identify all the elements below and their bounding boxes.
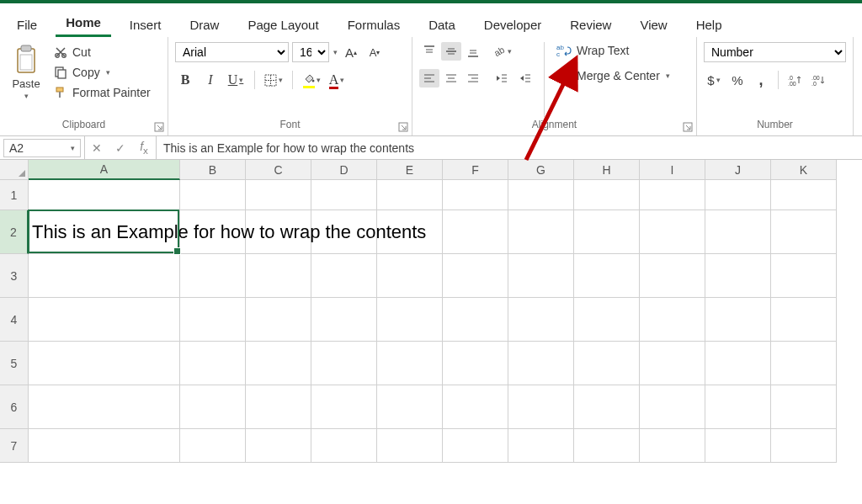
cell-D2[interactable]	[311, 210, 377, 254]
font-name-select[interactable]: Arial	[175, 42, 289, 62]
merge-center-button[interactable]: Merge & Center ▾	[553, 67, 673, 84]
decrease-decimal-button[interactable]: .00.0	[809, 71, 829, 89]
cell-A1[interactable]	[29, 180, 180, 210]
cell-B4[interactable]	[180, 298, 246, 342]
cell-J7[interactable]	[705, 429, 771, 463]
decrease-font-button[interactable]: A▾	[364, 43, 385, 61]
align-left-button[interactable]	[419, 69, 439, 88]
formula-input[interactable]: This is an Example for how to wrap the c…	[157, 141, 862, 155]
cell-E1[interactable]	[377, 180, 443, 210]
tab-insert[interactable]: Insert	[120, 11, 172, 37]
cell-A6[interactable]	[29, 385, 180, 429]
cell-D4[interactable]	[311, 298, 377, 342]
align-right-button[interactable]	[463, 69, 483, 88]
cell-G6[interactable]	[508, 385, 574, 429]
cell-E7[interactable]	[377, 429, 443, 463]
cell-K3[interactable]	[771, 254, 837, 298]
cell-F7[interactable]	[443, 429, 508, 463]
cell-I1[interactable]	[640, 180, 705, 210]
cell-F5[interactable]	[443, 342, 508, 385]
cell-G7[interactable]	[508, 429, 574, 463]
cell-B5[interactable]	[180, 342, 246, 385]
cell-J6[interactable]	[705, 385, 771, 429]
cell-F4[interactable]	[443, 298, 508, 342]
cell-B6[interactable]	[180, 385, 246, 429]
cell-I5[interactable]	[640, 342, 705, 385]
cell-D6[interactable]	[311, 385, 377, 429]
cell-D7[interactable]	[311, 429, 377, 463]
cell-D1[interactable]	[311, 180, 377, 210]
cell-B7[interactable]	[180, 429, 246, 463]
column-header-B[interactable]: B	[180, 160, 246, 180]
dialog-launcher-icon[interactable]	[683, 122, 693, 132]
cell-B3[interactable]	[180, 254, 246, 298]
cell-A4[interactable]	[29, 298, 180, 342]
cell-I2[interactable]	[640, 210, 705, 254]
cell-H6[interactable]	[574, 385, 640, 429]
cell-E5[interactable]	[377, 342, 443, 385]
cell-C2[interactable]	[246, 210, 311, 254]
column-header-I[interactable]: I	[640, 160, 705, 180]
align-center-button[interactable]	[441, 69, 461, 88]
cell-E6[interactable]	[377, 385, 443, 429]
align-top-button[interactable]	[419, 42, 439, 61]
number-format-select[interactable]: Number	[704, 42, 846, 62]
cell-K4[interactable]	[771, 298, 837, 342]
increase-decimal-button[interactable]: .0.00	[785, 71, 806, 89]
cell-C4[interactable]	[246, 298, 311, 342]
cell-G2[interactable]	[508, 210, 574, 254]
cell-C5[interactable]	[246, 342, 311, 385]
column-header-G[interactable]: G	[508, 160, 574, 180]
underline-button[interactable]: U	[226, 71, 246, 89]
select-all-corner[interactable]	[0, 160, 29, 180]
cell-D5[interactable]	[311, 342, 377, 385]
cell-A3[interactable]	[29, 254, 180, 298]
dialog-launcher-icon[interactable]	[398, 122, 408, 132]
column-header-E[interactable]: E	[377, 160, 443, 180]
tab-review[interactable]: Review	[560, 11, 621, 37]
tab-draw[interactable]: Draw	[179, 11, 229, 37]
cell-E2[interactable]	[377, 210, 443, 254]
column-header-J[interactable]: J	[705, 160, 771, 180]
align-middle-button[interactable]	[441, 42, 461, 61]
cell-J2[interactable]	[705, 210, 771, 254]
cell-E3[interactable]	[377, 254, 443, 298]
cell-I3[interactable]	[640, 254, 705, 298]
cell-H2[interactable]	[574, 210, 640, 254]
column-header-A[interactable]: A	[29, 160, 180, 180]
tab-home[interactable]: Home	[56, 8, 111, 37]
row-header-1[interactable]: 1	[0, 180, 29, 210]
wrap-text-button[interactable]: abc Wrap Text	[553, 42, 673, 59]
column-header-K[interactable]: K	[771, 160, 837, 180]
copy-button[interactable]: Copy ▾	[51, 64, 154, 81]
cell-H5[interactable]	[574, 342, 640, 385]
cell-H7[interactable]	[574, 429, 640, 463]
percent-button[interactable]: %	[727, 71, 748, 89]
cell-K5[interactable]	[771, 342, 837, 385]
cell-H4[interactable]	[574, 298, 640, 342]
cell-C3[interactable]	[246, 254, 311, 298]
name-box[interactable]: A2 ▾	[3, 139, 81, 157]
cell-F2[interactable]	[443, 210, 508, 254]
cell-K6[interactable]	[771, 385, 837, 429]
cell-F1[interactable]	[443, 180, 508, 210]
cell-I6[interactable]	[640, 385, 705, 429]
font-color-button[interactable]: A	[327, 71, 347, 89]
row-header-2[interactable]: 2	[0, 210, 29, 254]
column-header-C[interactable]: C	[246, 160, 311, 180]
cell-C6[interactable]	[246, 385, 311, 429]
column-header-F[interactable]: F	[443, 160, 508, 180]
cell-C1[interactable]	[246, 180, 311, 210]
cell-D3[interactable]	[311, 254, 377, 298]
orientation-button[interactable]: ab	[492, 42, 512, 61]
cancel-formula-button[interactable]: ✕	[85, 141, 109, 155]
cell-K2[interactable]	[771, 210, 837, 254]
cut-button[interactable]: Cut	[51, 44, 154, 61]
bold-button[interactable]: B	[175, 71, 195, 89]
enter-formula-button[interactable]: ✓	[109, 141, 132, 155]
cell-J4[interactable]	[705, 298, 771, 342]
cell-K1[interactable]	[771, 180, 837, 210]
italic-button[interactable]: I	[200, 71, 221, 89]
cell-A7[interactable]	[29, 429, 180, 463]
cell-A2[interactable]: This is an Example for how to wrap the c…	[29, 210, 180, 254]
